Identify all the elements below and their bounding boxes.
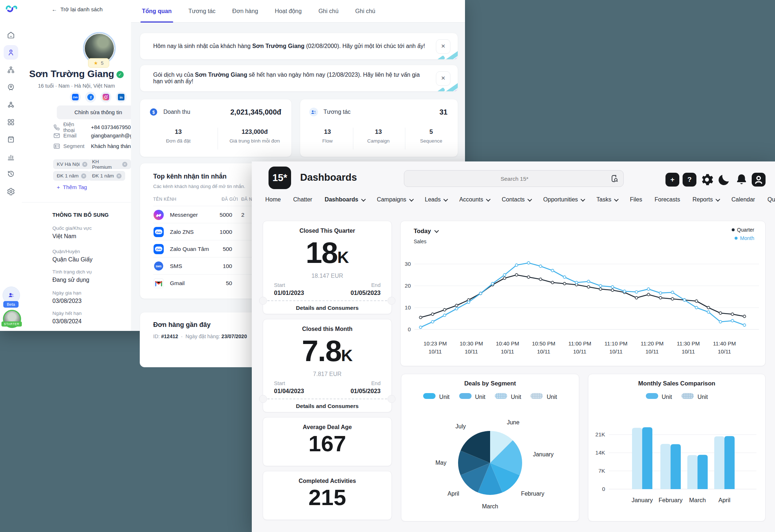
start-value: 01/04/2023 [274, 388, 304, 395]
starter-badge: STARTER [1, 321, 22, 327]
customer-meta: 16 tuổi · Nam · Hà Nội, Việt Nam [7, 83, 146, 89]
sidebar-analytics-icon[interactable] [7, 152, 15, 161]
tab-tong-quan[interactable]: Tổng quan [142, 0, 172, 23]
kpi-closed-quarter-card[interactable]: Closed This Quarter 18K 18.147 EUR Start… [263, 221, 392, 314]
svg-text:11:40 PM: 11:40 PM [713, 340, 736, 347]
nav-accounts[interactable]: Accounts [459, 196, 489, 203]
sidebar-apps-icon[interactable] [7, 118, 15, 127]
nav-opportunities[interactable]: Opportunities [543, 196, 584, 203]
tag-chip[interactable]: KV Hà Nội✕ [53, 159, 91, 169]
svg-text:10:23 PM: 10:23 PM [424, 340, 447, 347]
divider [22, 202, 131, 203]
remove-tag-icon[interactable]: ✕ [116, 173, 122, 179]
bar-legend: Unit Unit [588, 393, 765, 400]
remove-tag-icon[interactable]: ✕ [82, 162, 87, 167]
sidebar-home-icon[interactable] [7, 31, 15, 39]
tab-hoat-dong[interactable]: Hoạt động [275, 0, 302, 23]
people-icon [309, 107, 318, 117]
sidebar-settings-icon[interactable] [7, 187, 15, 196]
back-label: Trở lại danh sách [60, 6, 103, 12]
chevron-down-icon [716, 197, 720, 201]
kpi-activities-card[interactable]: Completed Activities 215 [263, 471, 392, 520]
help-button[interactable]: ? [683, 173, 696, 187]
dashboard-logo[interactable]: 15* [269, 167, 291, 189]
nav-campaigns[interactable]: Campaigns [377, 196, 413, 203]
svg-text:January: January [632, 497, 653, 503]
banner-text: Hôm nay là sinh nhật của khách hàng Sơn … [153, 43, 425, 49]
kpi-deal-age-card[interactable]: Average Deal Age 167 [263, 417, 392, 466]
engagement-title: Tương tác [323, 109, 351, 115]
edit-profile-button[interactable]: Chỉnh sửa thông tin [57, 105, 140, 119]
sales-line-chart-card: Today Sales Quarter Month 302010010:23 P… [400, 221, 766, 366]
crm-sidebar-rail: Beta STARTER [0, 0, 22, 331]
end-value: 01/05/2023 [350, 388, 381, 395]
close-icon[interactable]: ✕ [436, 39, 450, 54]
pie-chart-title: Deals by Segment [401, 380, 579, 387]
tab-ghi-chu-2[interactable]: Ghi chú [355, 0, 375, 23]
tab-don-hang[interactable]: Đơn hàng [232, 0, 258, 23]
kpi-title: Average Deal Age [263, 424, 392, 431]
zalo-icon[interactable]: Zalo [70, 92, 81, 103]
tag-chip[interactable]: KH Premium✕ [88, 159, 131, 169]
kpi-footer-link[interactable]: Details and Consumers [263, 403, 392, 409]
kpi-closed-month-card[interactable]: Closed this Month 7.8K 7.817 EUR Start 0… [263, 319, 392, 412]
legend-pill [530, 393, 543, 399]
close-icon[interactable]: ✕ [436, 71, 450, 86]
nav-home[interactable]: Home [265, 196, 281, 203]
nav-chatter[interactable]: Chatter [293, 196, 312, 203]
banner-text: Gói dịch vụ của Sơn Trường Giang sẽ hết … [153, 72, 430, 85]
nav-leads[interactable]: Leads [425, 196, 447, 203]
nav-contacts[interactable]: Contacts [502, 196, 531, 203]
legend-dot-quarter [732, 228, 735, 231]
start-label: Start [274, 380, 285, 386]
settings-gear-icon[interactable] [700, 173, 714, 187]
tag-chip[interactable]: ĐK 1 năm✕ [88, 171, 125, 181]
order-id-line: ID: #12412 · Ngày đặt hàng: 23/07/2020 [153, 333, 247, 339]
nav-reports[interactable]: Reports [692, 196, 719, 203]
period-selector[interactable]: Today [414, 228, 438, 235]
svg-text:10/11: 10/11 [501, 348, 514, 355]
svg-text:10/11: 10/11 [465, 348, 478, 355]
revenue-title: Doanh thu [163, 109, 190, 115]
notch [259, 395, 267, 403]
remove-tag-icon[interactable]: ✕ [122, 162, 127, 167]
back-link[interactable]: ← Trở lại danh sách [52, 6, 103, 12]
chart-y-title: Sales [414, 239, 426, 244]
linkedin-icon[interactable]: in [116, 92, 127, 103]
remove-tag-icon[interactable]: ✕ [81, 173, 86, 179]
nav-quotes[interactable]: Quotes [767, 196, 775, 203]
nav-files[interactable]: Files [630, 196, 642, 203]
notifications-bell-icon[interactable] [735, 173, 748, 187]
nav-forecasts[interactable]: Forecasts [655, 196, 680, 203]
nav-calendar[interactable]: Calendar [731, 196, 755, 203]
end-value: 01/05/2023 [350, 289, 381, 296]
chevron-down-icon [434, 228, 439, 233]
tag-chip[interactable]: ĐK 1 năm✕ [53, 171, 90, 181]
end-label: End [371, 380, 381, 386]
svg-text:10/11: 10/11 [681, 348, 695, 355]
create-new-button[interactable]: + [665, 173, 679, 187]
profile-button[interactable] [752, 173, 766, 187]
svg-text:10/11: 10/11 [573, 348, 586, 355]
global-search[interactable] [404, 170, 624, 187]
bar-chart-title: Monthly Sales Comparison [588, 380, 765, 387]
facebook-icon[interactable]: f [85, 92, 96, 103]
sidebar-products-icon[interactable] [7, 135, 15, 144]
desktop-background: Beta STARTER ← Trở lại danh sách ••• ★ 5… [0, 0, 775, 532]
sidebar-history-icon[interactable] [7, 169, 15, 178]
kpi-footer-link[interactable]: Details and Consumers [263, 305, 392, 311]
search-input[interactable] [404, 171, 625, 187]
contact-value[interactable]: +84 0373467950 [91, 124, 131, 130]
dark-mode-moon-icon[interactable] [717, 173, 731, 187]
nav-tasks[interactable]: Tasks [596, 196, 617, 203]
tab-tuong-tac[interactable]: Tương tác [188, 0, 216, 23]
zalo-icon: Zalo [153, 244, 164, 255]
bar-chart: 07K14K21KJanuaryFebruaryMarchApril [588, 405, 765, 521]
sidebar-customers-icon[interactable] [7, 48, 15, 57]
instagram-icon[interactable] [100, 92, 111, 103]
legend-pill [495, 393, 507, 399]
pie-chart: JuneJanuaryFebruaryMarchAprilMayJuly [401, 405, 579, 521]
nav-dashboards[interactable]: Dashboards [325, 196, 364, 203]
tab-ghi-chu[interactable]: Ghi chú [318, 0, 338, 23]
add-tag-button[interactable]: + Thêm Tag [57, 184, 87, 190]
